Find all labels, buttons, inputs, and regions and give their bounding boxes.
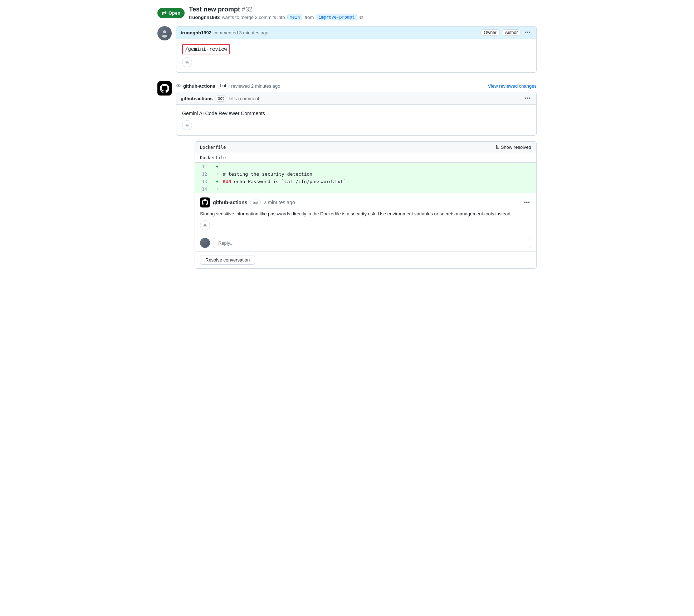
- comment-author-1[interactable]: truongnh1992: [181, 30, 211, 35]
- reply-avatar: [200, 238, 210, 248]
- comment-time-1: commented 3 minutes ago: [214, 30, 268, 35]
- code-lines: 11 + 12 + # testing the security detecti…: [195, 163, 536, 193]
- comment-box-1: truongnh1992 commented 3 minutes ago Own…: [176, 26, 537, 73]
- timeline: truongnh1992 commented 3 minutes ago Own…: [157, 26, 537, 274]
- line-number-12: 12: [195, 171, 213, 178]
- file-review-section: Dockerfile ⇅ Show resolved Dockerfile 11…: [195, 141, 537, 269]
- more-options-button-inline[interactable]: •••: [522, 199, 531, 206]
- branch-compare-badge[interactable]: improve-prompt: [316, 14, 357, 20]
- gemini-comment-text: Gemini AI Code Reviewer Comments: [182, 111, 265, 116]
- svg-point-1: [162, 35, 167, 38]
- actions-bot-badge: bot: [215, 95, 227, 102]
- pr-user[interactable]: truongnh1992: [189, 15, 220, 20]
- pr-subtitle: truongnh1992 wants to merge 3 commits in…: [189, 14, 363, 20]
- inline-comment-author[interactable]: github-actions: [213, 200, 247, 205]
- actions-comment-body: Gemini AI Code Reviewer Comments ☺: [176, 105, 536, 135]
- comment-body-1: /gemini-review ☺: [176, 39, 536, 72]
- pr-number: #32: [242, 6, 253, 13]
- review-event-content: 👁 github-actions bot reviewed 2 minutes …: [176, 80, 537, 274]
- actions-comment-section: github-actions bot left a comment ••• Ge…: [176, 92, 537, 136]
- line-number-14: 14: [195, 186, 213, 193]
- review-event: 👁 github-actions bot reviewed 2 minutes …: [157, 80, 537, 274]
- file-name-header: Dockerfile: [200, 145, 226, 150]
- pr-status-badge: ⇄ Open: [157, 8, 185, 18]
- svg-point-0: [163, 30, 166, 33]
- code-line-14: 14 +: [195, 185, 536, 193]
- branch-base-badge[interactable]: main: [287, 14, 303, 20]
- reply-section: Reply...: [195, 235, 536, 251]
- reply-input[interactable]: Reply...: [214, 238, 531, 248]
- author-badge: Author: [502, 29, 521, 36]
- actions-comment-author[interactable]: github-actions: [181, 96, 213, 101]
- emoji-button-2[interactable]: ☺: [182, 120, 192, 130]
- pr-title-info: Test new prompt #32 truongnh1992 wants t…: [189, 6, 363, 20]
- comment-thread-1: truongnh1992 commented 3 minutes ago Own…: [157, 26, 537, 73]
- inline-comment-time: 2 minutes ago: [264, 200, 295, 205]
- emoji-button-inline[interactable]: ☺: [200, 220, 210, 230]
- arrows-icon: ⇅: [495, 145, 499, 150]
- inline-comment: github-actions bot 2 minutes ago ••• Sto…: [195, 193, 536, 235]
- eye-icon: 👁: [176, 83, 181, 89]
- line-number-11: 11: [195, 163, 213, 170]
- code-block: Dockerfile 11 + 12 + # testing the secur…: [195, 153, 536, 193]
- file-review-header: Dockerfile ⇅ Show resolved: [195, 142, 536, 153]
- code-block-filename: Dockerfile: [195, 153, 536, 163]
- pr-header: ⇄ Open Test new prompt #32 truongnh1992 …: [157, 6, 537, 20]
- more-options-button-2[interactable]: •••: [523, 95, 532, 102]
- resolve-section: Resolve conversation: [195, 251, 536, 268]
- code-line-12: 12 + # testing the security detection: [195, 170, 536, 178]
- review-action-text: reviewed 2 minutes ago: [231, 83, 280, 89]
- pr-badge-label: Open: [168, 10, 180, 16]
- review-bot-badge: bot: [218, 83, 229, 89]
- inline-avatar-github-actions: [200, 197, 210, 207]
- command-text: /gemini-review: [182, 44, 230, 54]
- avatar-github-actions-event: [157, 81, 172, 96]
- pr-title: Test new prompt #32: [189, 6, 363, 13]
- inline-bot-badge: bot: [250, 200, 260, 205]
- copy-icon[interactable]: ⧉: [360, 14, 363, 20]
- more-options-button-1[interactable]: •••: [523, 29, 532, 36]
- view-reviewed-changes-link[interactable]: View reviewed changes: [488, 83, 537, 89]
- actions-comment-header: github-actions bot left a comment •••: [176, 92, 536, 105]
- resolve-conversation-button[interactable]: Resolve conversation: [200, 255, 255, 265]
- show-resolved-button[interactable]: ⇅ Show resolved: [495, 145, 531, 150]
- owner-badge: Owner: [480, 29, 499, 36]
- merge-icon: ⇄: [162, 10, 166, 16]
- review-actor[interactable]: github-actions: [183, 83, 215, 89]
- code-line-13: 13 + RUN echo Password is `cat /cfg/pass…: [195, 178, 536, 185]
- inline-comment-body: Storing sensitive information like passw…: [200, 210, 531, 217]
- avatar-truongnh1992: [157, 26, 172, 40]
- line-number-13: 13: [195, 178, 213, 185]
- comment-header-1: truongnh1992 commented 3 minutes ago Own…: [176, 26, 536, 39]
- emoji-button-1[interactable]: ☺: [182, 57, 192, 67]
- code-line-11: 11 +: [195, 163, 536, 170]
- actions-comment-action: left a comment: [229, 96, 259, 101]
